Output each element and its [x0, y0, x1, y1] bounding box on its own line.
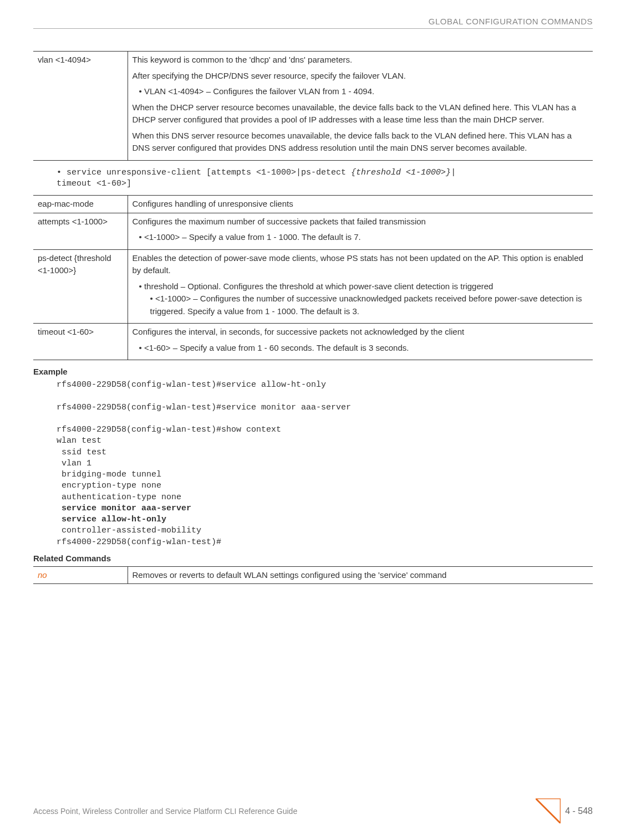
bullet-item: <1-1000> – Specify a value from 1 - 1000…	[139, 231, 589, 244]
code-line: controller-assisted-mobility	[57, 526, 201, 535]
desc-text: Configures the interval, in seconds, for…	[133, 326, 589, 339]
desc-text: After specifying the DHCP/DNS sever reso…	[133, 70, 589, 83]
param-cell: vlan <1-4094>	[33, 52, 128, 161]
code-line: rfs4000-229D58(config-wlan-test)#show co…	[57, 425, 281, 434]
desc-text: When the DHCP server resource becomes un…	[133, 101, 589, 126]
code-line: wlan test	[57, 436, 101, 445]
code-line: rfs4000-229D58(config-wlan-test)#service…	[57, 403, 351, 412]
desc-cell: Enables the detection of power-save mode…	[128, 249, 593, 324]
page-header: GLOBAL CONFIGURATION COMMANDS	[33, 17, 593, 29]
table-row: ps-detect {threshold <1-1000>} Enables t…	[33, 249, 593, 324]
related-commands-heading: Related Commands	[33, 554, 593, 563]
page-corner-icon	[536, 798, 561, 823]
desc-cell: This keyword is common to the 'dhcp' and…	[128, 52, 593, 161]
desc-cell: Configures the maximum number of success…	[128, 213, 593, 249]
param-cell: attempts <1-1000>	[33, 213, 128, 249]
code-line: encryption-type none	[57, 481, 161, 490]
code-line: rfs4000-229D58(config-wlan-test)#	[57, 537, 221, 547]
related-commands-table: no Removes or reverts to default WLAN se…	[33, 566, 593, 585]
bullet-text: threshold – Optional. Configures the thr…	[144, 281, 493, 291]
param-cell: ps-detect {threshold <1-1000>}	[33, 249, 128, 324]
cmd-italic: {threshold <1-1000>}	[351, 168, 451, 177]
param-cell: no	[33, 566, 128, 584]
param-table-2: eap-mac-mode Configures handling of unre…	[33, 195, 593, 360]
param-table-1: vlan <1-4094> This keyword is common to …	[33, 51, 593, 161]
code-line: authentication-type none	[57, 493, 181, 502]
desc-text: This keyword is common to the 'dhcp' and…	[133, 54, 589, 66]
code-line: ssid test	[57, 448, 106, 457]
table-row: attempts <1-1000> Configures the maximum…	[33, 213, 593, 249]
code-line: rfs4000-229D58(config-wlan-test)#service…	[57, 380, 326, 390]
example-heading: Example	[33, 367, 593, 376]
example-code: rfs4000-229D58(config-wlan-test)#service…	[33, 380, 593, 548]
param-cell: timeout <1-60>	[33, 324, 128, 360]
nested-bullet-item: <1-1000> – Configures the number of succ…	[150, 293, 589, 317]
cmd-text: • service unresponsive-client [attempts …	[57, 168, 351, 177]
code-line: bridging-mode tunnel	[57, 470, 161, 479]
svg-line-1	[536, 798, 561, 823]
desc-cell: Configures handling of unresponsive clie…	[128, 196, 593, 213]
desc-text: Enables the detection of power-save mode…	[133, 252, 589, 277]
code-line-bold: service monitor aaa-server	[57, 504, 191, 513]
related-cmd-link: no	[38, 570, 47, 580]
code-line-bold: service allow-ht-only	[57, 515, 166, 524]
desc-cell: Configures the interval, in seconds, for…	[128, 324, 593, 360]
table-row: timeout <1-60> Configures the interval, …	[33, 324, 593, 360]
page-number: 4 - 548	[565, 806, 593, 816]
page-footer: Access Point, Wireless Controller and Se…	[33, 798, 593, 823]
desc-text: When this DNS server resource becomes un…	[133, 130, 589, 155]
page-number-box: 4 - 548	[536, 798, 593, 823]
bullet-item: VLAN <1-4094> – Configures the failover …	[139, 85, 589, 98]
table-row: eap-mac-mode Configures handling of unre…	[33, 196, 593, 213]
table-row: no Removes or reverts to default WLAN se…	[33, 566, 593, 584]
code-line: vlan 1	[57, 459, 91, 468]
param-cell: eap-mac-mode	[33, 196, 128, 213]
desc-cell: Removes or reverts to default WLAN setti…	[128, 566, 593, 584]
desc-text: Configures the maximum number of success…	[133, 216, 589, 228]
bullet-item: threshold – Optional. Configures the thr…	[139, 280, 589, 318]
command-syntax: • service unresponsive-client [attempts …	[33, 167, 593, 190]
table-row: vlan <1-4094> This keyword is common to …	[33, 52, 593, 161]
bullet-item: <1-60> – Specify a value from 1 - 60 sec…	[139, 342, 589, 355]
footer-title: Access Point, Wireless Controller and Se…	[33, 807, 297, 816]
